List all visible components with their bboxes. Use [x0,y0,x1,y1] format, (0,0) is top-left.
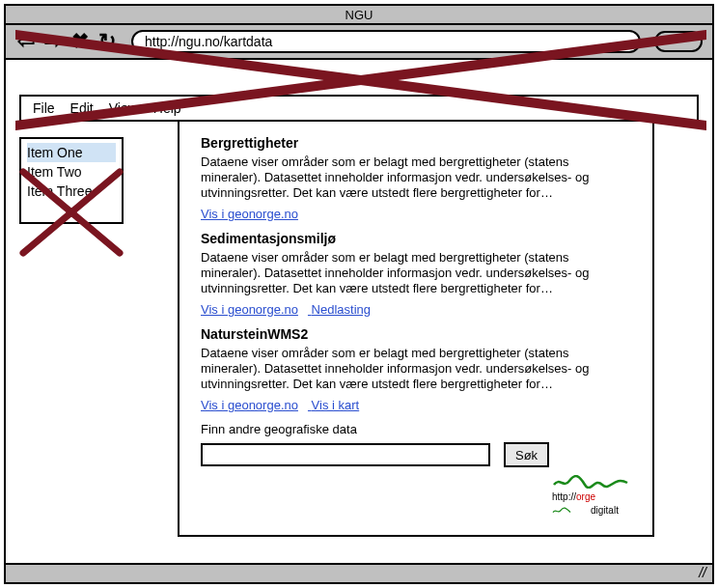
link-map[interactable]: Vis i kart [312,398,360,412]
link-geonorge[interactable]: Vis i geonorge.no [201,398,298,412]
browser-window: NGU ⇦ ⇨ ✖ ↻ http://ngu.no/kartdata File … [4,4,714,584]
entry-description: Dataene viser områder som er belagt med … [201,250,631,296]
logo-text-digitalt: digitalt [591,505,619,516]
logo-scribble-icon [552,505,591,517]
logo-text-orge: orge [576,491,595,502]
result-entry: NatursteinWMS2 Dataene viser områder som… [201,326,631,412]
logo-scribble-icon [552,475,629,489]
search-label: Finn andre geografiske data [201,422,631,436]
result-entry: Sedimentasjonsmiljø Dataene viser område… [201,231,631,317]
entry-title: NatursteinWMS2 [201,326,631,342]
search-button[interactable]: Søk [504,442,549,467]
url-bar[interactable]: http://ngu.no/kartdata [131,30,641,53]
norge-digitalt-logo: http://orge digitalt [552,475,633,523]
link-geonorge[interactable]: Vis i geonorge.no [201,207,298,221]
link-geonorge[interactable]: Vis i geonorge.no [201,302,298,317]
list-item[interactable]: Item One [27,143,116,162]
sidebar-list[interactable]: Item One Item Two Item Three [19,137,124,224]
resize-grip-icon[interactable]: // [699,565,706,580]
menu-help[interactable]: Help [153,100,181,116]
search-input[interactable] [201,443,490,466]
link-download[interactable]: Nedlasting [312,302,371,317]
forward-icon[interactable]: ⇨ [42,29,64,54]
browser-toolbar: ⇦ ⇨ ✖ ↻ http://ngu.no/kartdata [6,25,712,60]
entry-description: Dataene viser områder som er belagt med … [201,154,631,201]
status-bar: // [6,563,712,582]
list-item[interactable]: Item Three [27,182,116,201]
window-titlebar: NGU [6,6,712,25]
entry-title: Sedimentasjonsmiljø [201,231,631,246]
reload-icon[interactable]: ↻ [97,29,118,54]
result-entry: Bergrettigheter Dataene viser områder so… [201,135,631,221]
window-title: NGU [345,8,373,22]
results-panel: Bergrettigheter Dataene viser områder so… [178,120,654,537]
logo-text-http: http:// [552,491,576,502]
toolbar-capsule[interactable] [654,31,703,52]
menu-bar: File Edit View Help [19,95,699,122]
menu-file[interactable]: File [33,100,55,116]
entry-title: Bergrettigheter [201,135,631,151]
entry-description: Dataene viser områder som er belagt med … [201,346,631,392]
menu-edit[interactable]: Edit [70,100,94,116]
entry-links: Vis i geonorge.no Vis i kart [201,398,631,412]
stop-icon[interactable]: ✖ [69,29,91,54]
list-item[interactable]: Item Two [27,162,116,182]
url-text: http://ngu.no/kartdata [145,32,272,51]
search-row: Søk [201,442,631,467]
page-content: File Edit View Help Item One Item Two It… [6,62,712,563]
entry-links: Vis i geonorge.no Nedlasting [201,302,631,317]
back-icon[interactable]: ⇦ [15,29,37,54]
entry-links: Vis i geonorge.no [201,207,631,221]
menu-view[interactable]: View [109,100,138,116]
